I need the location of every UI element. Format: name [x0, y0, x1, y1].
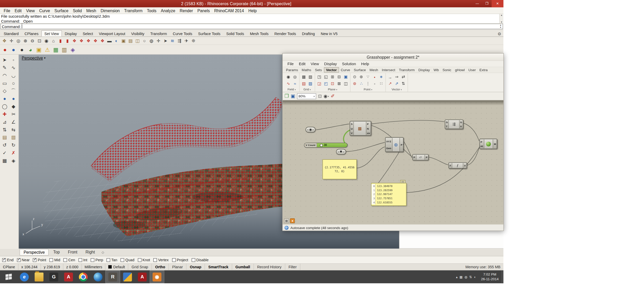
sort-points-icon[interactable]: ⋮: [365, 81, 371, 87]
input-port[interactable]: G: [446, 121, 448, 124]
plane-origin-icon[interactable]: ⊡: [330, 81, 336, 87]
menu-item[interactable]: File: [285, 62, 296, 66]
rotate-icon[interactable]: ↺: [1, 141, 9, 149]
mesh-component[interactable]: PPl M: [479, 139, 497, 149]
mesh-tools-icon[interactable]: ▥: [9, 133, 17, 141]
menu-item[interactable]: Tools: [145, 8, 159, 13]
unit-vector-icon[interactable]: ↗: [387, 81, 393, 87]
toolbar-tab[interactable]: Render Tools: [271, 30, 299, 36]
chrome-icon[interactable]: [76, 270, 91, 283]
evaluate-surface-component[interactable]: SUV ▦ PNuv: [350, 121, 371, 136]
earth-anchor-icon[interactable]: ◕: [26, 46, 34, 53]
render-sphere-dark-icon[interactable]: ●: [18, 46, 26, 53]
deconstruct-point-icon[interactable]: ⊚: [352, 81, 358, 87]
status-toggle[interactable]: SmartTrack: [205, 264, 232, 270]
circle-icon[interactable]: ○: [9, 79, 17, 86]
status-toggle[interactable]: Planar: [169, 264, 187, 270]
point-list-icon[interactable]: ◦: [372, 81, 378, 87]
input-port[interactable]: V: [351, 131, 353, 134]
zoom-select[interactable]: 80% ▾: [297, 93, 316, 99]
plane-3pt-icon[interactable]: ◰: [323, 81, 329, 87]
input-port[interactable]: P: [414, 156, 415, 159]
input-port[interactable]: Geo: [386, 147, 391, 149]
group-label-point[interactable]: Point▾: [352, 87, 384, 91]
grasshopper-tab[interactable]: Params: [284, 68, 300, 72]
grasshopper-tab[interactable]: Sonic: [441, 68, 453, 72]
field-point-charge-icon[interactable]: ◉: [285, 74, 291, 80]
menu-item[interactable]: Display: [321, 62, 339, 66]
open-file-icon[interactable]: ❐: [284, 93, 289, 99]
split-viewport-icon[interactable]: ◫: [134, 37, 141, 44]
scroll-down-icon[interactable]: ▼: [501, 21, 503, 23]
xy-plane-icon[interactable]: ◳: [316, 74, 323, 80]
viewport-tab[interactable]: Front: [64, 249, 81, 256]
osnap-checkbox-item[interactable]: ✓ Cen: [64, 258, 75, 262]
input-port[interactable]: XYZ: [386, 140, 391, 143]
construct-point-icon[interactable]: ⊙: [352, 74, 358, 80]
toolbar-tab[interactable]: Display: [62, 30, 80, 36]
array-icon[interactable]: ▦: [1, 157, 9, 164]
menu-item[interactable]: File: [2, 8, 12, 13]
grasshopper-tab[interactable]: Intersect: [380, 68, 397, 72]
checkbox-box[interactable]: ✓: [153, 258, 157, 262]
triangular-grid-icon[interactable]: ▧: [307, 74, 314, 80]
checkbox-box[interactable]: ✓: [50, 258, 53, 262]
field-merge-icon[interactable]: ≈: [292, 81, 298, 87]
checkbox-box[interactable]: ✓: [172, 258, 176, 262]
layer-button[interactable]: Default: [106, 264, 128, 270]
plane-flip-icon[interactable]: ◫: [343, 81, 349, 87]
square-grid-icon[interactable]: ▦: [301, 74, 307, 80]
app-icon[interactable]: [120, 270, 135, 283]
separator-icon[interactable]: ▬: [106, 37, 113, 44]
cplane-button[interactable]: CPlane: [0, 264, 18, 270]
osnap-checkbox-item[interactable]: ✓ Perp: [91, 258, 103, 262]
toolbar-tab[interactable]: CPlanes: [22, 30, 41, 36]
tray-network-icon[interactable]: ◍: [464, 275, 467, 279]
paint-brush-icon[interactable]: ✐: [331, 93, 335, 99]
vector-xyz-icon[interactable]: →: [387, 74, 393, 80]
analyze-icon[interactable]: ✓: [1, 149, 9, 156]
menu-item[interactable]: Analyze: [159, 8, 177, 13]
maximize-icon[interactable]: ❐: [482, 0, 492, 7]
osnap-checkbox-item[interactable]: ✓ Near: [17, 258, 30, 262]
toolbar-tab[interactable]: New in V5: [318, 30, 340, 36]
hexagonal-grid-icon[interactable]: ▨: [307, 81, 314, 87]
grasshopper-tab[interactable]: Display: [416, 68, 431, 72]
group-label-grid[interactable]: Grid▾: [301, 87, 314, 91]
zoom-in-icon[interactable]: ⊕: [22, 37, 29, 44]
toolbar-tab[interactable]: Curve Tools: [170, 30, 195, 36]
zoom-icon[interactable]: ◎: [15, 37, 22, 44]
surface-tools-icon[interactable]: ▤: [1, 133, 9, 141]
output-port[interactable]: X: [460, 125, 462, 128]
canvas-widget-profiler-icon[interactable]: ●: [290, 218, 295, 223]
new-viewport-icon[interactable]: ◇: [99, 250, 106, 254]
menu-item[interactable]: Solid: [71, 8, 84, 13]
group-label-vector[interactable]: Vector▾: [387, 87, 406, 91]
gumball-icon[interactable]: ◈: [9, 157, 17, 164]
command-input[interactable]: [22, 24, 499, 29]
menu-item[interactable]: Surface: [52, 8, 71, 13]
zoom-extents-icon[interactable]: ◉: [43, 37, 50, 44]
arc-alt-icon[interactable]: ◡: [9, 72, 17, 79]
status-toggle[interactable]: Ortho: [152, 264, 169, 270]
sun-settings-icon[interactable]: ⚠: [44, 46, 51, 53]
input-port[interactable]: F: [450, 164, 451, 167]
osnap-checkbox-item[interactable]: ✓ Point: [33, 258, 46, 262]
point-cloud-icon[interactable]: ∴: [358, 81, 365, 87]
input-port[interactable]: Pl: [481, 145, 483, 147]
file-explorer-icon[interactable]: [32, 270, 46, 283]
grasshopper-tab[interactable]: Sets: [313, 68, 324, 72]
status-toggle[interactable]: Record History: [254, 264, 285, 270]
viewport-title-text[interactable]: Perspective: [22, 56, 43, 60]
menu-item[interactable]: View: [24, 8, 37, 13]
grasshopper-titlebar[interactable]: Grasshopper - assignment 2*: [283, 53, 503, 61]
fly-view-icon[interactable]: ✈: [183, 37, 190, 44]
environment-icon[interactable]: ◈: [69, 46, 77, 53]
closest-point-icon[interactable]: ∵: [365, 74, 371, 80]
viewport-layout-icon[interactable]: ▤: [127, 37, 134, 44]
walkabout-view-icon[interactable]: ❖: [92, 37, 99, 44]
close-icon[interactable]: ✕: [492, 0, 503, 7]
canvas-frame-icon[interactable]: ⊡: [318, 93, 322, 99]
canvas-widget-grid-icon[interactable]: ▦: [284, 218, 289, 223]
plane-fit-icon[interactable]: ⊞: [330, 74, 336, 80]
